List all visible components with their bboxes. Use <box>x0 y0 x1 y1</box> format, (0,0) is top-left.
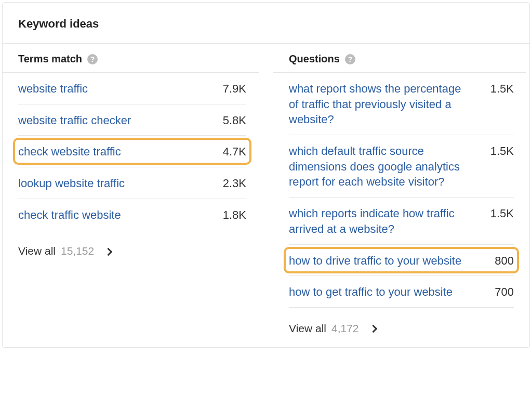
keyword-ideas-panel: Keyword ideas Terms match ? website traf… <box>2 2 530 348</box>
terms-view-all[interactable]: View all 15,152 <box>3 230 259 270</box>
list-item: what report shows the percentage of traf… <box>289 73 514 135</box>
keyword-volume: 800 <box>495 253 514 268</box>
questions-header-title: Questions <box>289 53 340 65</box>
view-all-count: 4,172 <box>331 322 359 335</box>
list-item: website traffic 7.9K <box>18 73 246 104</box>
list-item: which default traffic source dimensions … <box>289 135 514 198</box>
keyword-volume: 700 <box>495 284 514 299</box>
chevron-right-icon <box>104 248 113 256</box>
questions-view-all[interactable]: View all 4,172 <box>273 308 526 347</box>
keyword-link[interactable]: which reports indicate how traffic arriv… <box>289 206 464 237</box>
list-item: website traffic checker 5.8K <box>18 104 246 136</box>
keyword-volume: 7.9K <box>223 81 246 96</box>
chevron-right-icon <box>369 325 377 333</box>
list-item: check traffic website 1.8K <box>18 199 246 231</box>
terms-list: website traffic 7.9K website traffic che… <box>3 73 259 230</box>
list-item: check website traffic 4.7K <box>18 136 246 167</box>
keyword-link[interactable]: lookup website traffic <box>18 176 125 191</box>
keyword-volume: 1.8K <box>223 207 246 222</box>
keyword-volume: 5.8K <box>223 113 246 127</box>
list-item: how to get traffic to your website 700 <box>289 276 514 308</box>
keyword-volume: 4.7K <box>223 144 246 159</box>
keyword-link[interactable]: what report shows the percentage of traf… <box>289 81 464 127</box>
terms-header-title: Terms match <box>18 53 82 65</box>
questions-header: Questions ? <box>273 44 526 73</box>
view-all-label: View all <box>289 322 326 335</box>
columns-wrapper: Terms match ? website traffic 7.9K websi… <box>3 44 529 347</box>
help-icon[interactable]: ? <box>87 54 98 64</box>
list-item: which reports indicate how traffic arriv… <box>289 198 514 244</box>
keyword-link[interactable]: how to drive traffic to your website <box>289 253 461 269</box>
list-item: how to drive traffic to your website 800 <box>289 245 514 277</box>
questions-list: what report shows the percentage of traf… <box>273 73 526 308</box>
keyword-link[interactable]: which default traffic source dimensions … <box>289 143 464 190</box>
keyword-volume: 2.3K <box>223 176 246 190</box>
keyword-volume: 1.5K <box>490 206 514 220</box>
panel-title: Keyword ideas <box>3 3 529 44</box>
terms-column: Terms match ? website traffic 7.9K websi… <box>3 44 266 347</box>
keyword-volume: 1.5K <box>490 81 514 96</box>
questions-column: Questions ? what report shows the percen… <box>266 44 529 347</box>
view-all-count: 15,152 <box>61 245 94 257</box>
keyword-link[interactable]: website traffic <box>18 81 88 97</box>
terms-header: Terms match ? <box>3 44 259 73</box>
keyword-link[interactable]: check traffic website <box>18 207 121 223</box>
keyword-link[interactable]: check website traffic <box>18 144 121 160</box>
help-icon[interactable]: ? <box>345 54 355 64</box>
list-item: lookup website traffic 2.3K <box>18 167 246 199</box>
keyword-link[interactable]: how to get traffic to your website <box>289 284 453 300</box>
view-all-label: View all <box>18 245 56 257</box>
keyword-link[interactable]: website traffic checker <box>18 113 131 128</box>
keyword-volume: 1.5K <box>490 143 514 158</box>
